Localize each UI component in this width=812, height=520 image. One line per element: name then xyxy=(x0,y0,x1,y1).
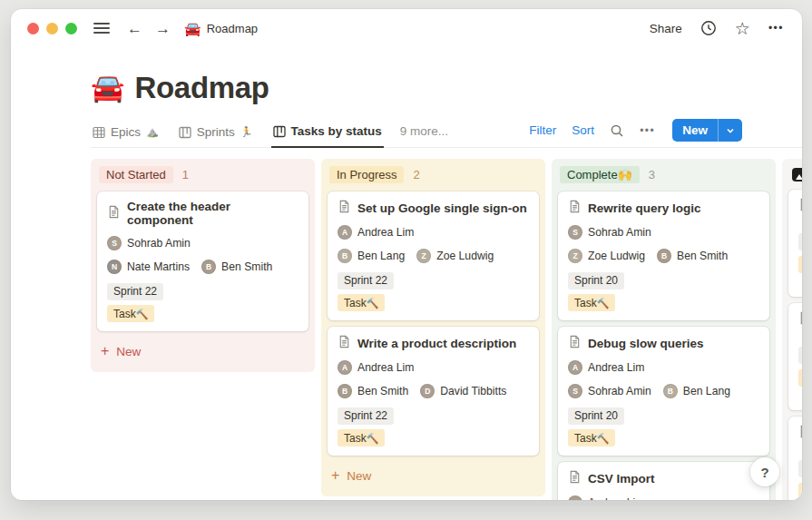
view-options-icon[interactable]: ••• xyxy=(640,124,655,137)
board-card[interactable]: Debug slow queriesAAndrea LimSSohrab Ami… xyxy=(558,327,769,456)
assignee-name: Sohrab Amin xyxy=(127,237,191,250)
updates-clock-icon[interactable] xyxy=(700,20,717,36)
status-badge[interactable]: Not Started xyxy=(99,166,173,183)
board-column-partial xyxy=(782,159,802,500)
board-card[interactable]: Create the header componentSSohrab AminN… xyxy=(97,191,308,331)
board-card[interactable]: CSV ImportAAndrea LimBBen LangZZoe Ludwi… xyxy=(558,462,769,500)
tab-tasks-by-status[interactable]: Tasks by status xyxy=(271,124,384,148)
board-card-partial[interactable] xyxy=(788,190,802,297)
status-badge[interactable]: Complete🙌 xyxy=(560,166,640,183)
avatar: B xyxy=(201,260,216,274)
new-button-label[interactable]: New xyxy=(672,119,718,142)
close-window-button[interactable] xyxy=(27,23,39,34)
card-title-row: Create the header component xyxy=(107,200,298,227)
titlebar: ← → 🚘 Roadmap Share ☆ ••• xyxy=(11,9,802,47)
task-badge: Task🔨 xyxy=(568,294,615,311)
assignee-row: AAndrea Lim xyxy=(338,225,529,240)
assignee-name: Sohrab Amin xyxy=(588,385,651,397)
page-icon xyxy=(338,335,351,351)
new-dropdown-chevron-icon[interactable] xyxy=(719,119,742,142)
share-button[interactable]: Share xyxy=(650,22,682,35)
page-icon xyxy=(798,198,802,214)
status-badge[interactable]: In Progress xyxy=(329,166,404,183)
page-icon xyxy=(338,200,351,216)
help-button[interactable]: ? xyxy=(750,457,779,486)
assignee: BBen Smith xyxy=(657,249,728,263)
card-title-text: Write a product description xyxy=(357,337,516,350)
avatar: B xyxy=(663,384,678,398)
forward-icon[interactable]: → xyxy=(149,21,177,36)
column-header xyxy=(787,164,802,190)
card-title-text: CSV Import xyxy=(588,472,655,486)
avatar: N xyxy=(107,260,122,274)
more-views-button[interactable]: 9 more... xyxy=(400,124,448,147)
task-badge-row: Task🔨 xyxy=(338,429,529,447)
assignee: BBen Lang xyxy=(338,249,405,263)
filter-button[interactable]: Filter xyxy=(529,123,556,137)
favorite-star-icon[interactable]: ☆ xyxy=(735,20,750,37)
new-button[interactable]: New xyxy=(672,119,742,142)
board-card[interactable]: Write a product descriptionAAndrea LimBB… xyxy=(328,327,539,456)
task-badge-row: Task🔨 xyxy=(107,305,298,323)
board-icon xyxy=(179,126,191,139)
sprint-badge xyxy=(798,233,802,250)
assignee: BBen Smith xyxy=(201,260,272,274)
more-options-icon[interactable]: ••• xyxy=(768,22,784,34)
sort-button[interactable]: Sort xyxy=(572,123,594,137)
assignee-name: Ben Lang xyxy=(683,385,730,397)
board-card[interactable]: Set up Google single sign-onAAndrea LimB… xyxy=(328,191,539,320)
back-icon[interactable]: ← xyxy=(121,21,149,36)
card-title-text: Set up Google single sign-on xyxy=(357,201,527,215)
sidebar-menu-icon[interactable] xyxy=(93,23,110,34)
assignee-row: BBen LangZZoe Ludwig xyxy=(338,249,529,263)
plus-icon: + xyxy=(331,468,339,483)
assignee-row: ZZoe LudwigBBen Smith xyxy=(568,249,759,263)
card-title-row: Debug slow queries xyxy=(568,335,759,351)
card-title-row xyxy=(798,311,802,328)
card-title-text: Create the header component xyxy=(127,200,298,227)
tab-emoji: 🏃 xyxy=(240,126,253,138)
avatar: D xyxy=(420,384,435,398)
card-title-row: Write a product description xyxy=(338,335,529,351)
board-card-partial[interactable] xyxy=(788,417,802,500)
board-card[interactable]: Rewrite query logicSSohrab AminZZoe Ludw… xyxy=(558,191,769,320)
hidden-status-icon xyxy=(792,168,802,182)
search-icon[interactable] xyxy=(610,123,624,138)
task-badge: Task🔨 xyxy=(568,429,615,446)
column-header: In Progress2 xyxy=(326,164,541,191)
assignee: BBen Lang xyxy=(663,384,730,398)
tab-sprints[interactable]: Sprints🏃 xyxy=(177,125,255,147)
assignee: NNate Martins xyxy=(107,260,190,274)
assignee: SSohrab Amin xyxy=(107,236,191,250)
task-badge xyxy=(798,256,802,273)
assignee-row: SSohrab Amin xyxy=(568,225,759,240)
add-card-button[interactable]: +New xyxy=(326,462,541,489)
task-badge-row: Task🔨 xyxy=(338,294,529,312)
avatar: A xyxy=(568,495,582,500)
card-title-row: Set up Google single sign-on xyxy=(338,200,529,216)
task-badge xyxy=(798,369,802,387)
zoom-window-button[interactable] xyxy=(65,23,77,34)
table-icon xyxy=(93,126,105,139)
assignee-name: Ben Smith xyxy=(677,250,728,262)
hammer-icon: 🔨 xyxy=(367,298,379,309)
page-emoji-small: 🚘 xyxy=(184,22,201,35)
sprint-badge xyxy=(798,460,802,477)
assignee-name: Andrea Lim xyxy=(588,496,644,500)
page-icon-emoji[interactable]: 🚘 xyxy=(91,74,124,102)
card-title-text: Debug slow queries xyxy=(588,337,704,350)
assignee: ZZoe Ludwig xyxy=(416,249,494,263)
tab-epics[interactable]: Epics⛰️ xyxy=(91,125,161,147)
avatar: B xyxy=(338,384,352,398)
card-title-row: CSV Import xyxy=(568,470,759,486)
card-title-row xyxy=(798,425,802,441)
avatar: B xyxy=(657,249,671,263)
assignee-name: Zoe Ludwig xyxy=(588,250,645,262)
board-card-partial[interactable] xyxy=(788,303,802,410)
breadcrumb[interactable]: 🚘 Roadmap xyxy=(184,22,258,35)
add-card-button[interactable]: +New xyxy=(95,338,310,365)
tab-label: Tasks by status xyxy=(291,124,382,138)
assignee-name: David Tibbitts xyxy=(440,385,506,397)
minimize-window-button[interactable] xyxy=(46,23,58,34)
assignee-name: Andrea Lim xyxy=(357,361,414,374)
